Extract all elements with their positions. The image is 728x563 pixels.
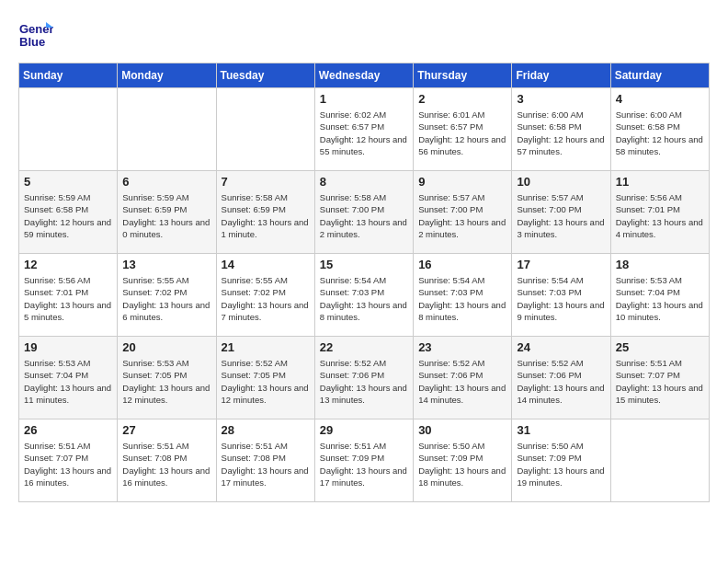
cell-info: Sunrise: 5:52 AM Sunset: 7:06 PM Dayligh… xyxy=(418,357,506,406)
calendar-cell: 14Sunrise: 5:55 AM Sunset: 7:02 PM Dayli… xyxy=(216,254,314,337)
cell-info: Sunrise: 5:52 AM Sunset: 7:05 PM Dayligh… xyxy=(222,357,310,406)
logo-bird-icon: General Blue xyxy=(18,18,53,53)
calendar-cell: 7Sunrise: 5:58 AM Sunset: 6:59 PM Daylig… xyxy=(216,171,314,254)
calendar-cell: 16Sunrise: 5:54 AM Sunset: 7:03 PM Dayli… xyxy=(414,254,512,337)
day-number: 24 xyxy=(517,340,605,354)
calendar-table: SundayMondayTuesdayWednesdayThursdayFrid… xyxy=(18,63,710,502)
cell-info: Sunrise: 5:51 AM Sunset: 7:07 PM Dayligh… xyxy=(24,440,112,488)
day-number: 2 xyxy=(418,92,506,106)
cell-info: Sunrise: 5:59 AM Sunset: 6:59 PM Dayligh… xyxy=(122,191,210,240)
day-number: 16 xyxy=(418,258,506,271)
cell-info: Sunrise: 5:50 AM Sunset: 7:09 PM Dayligh… xyxy=(517,440,605,488)
day-number: 11 xyxy=(616,175,704,189)
calendar-cell: 22Sunrise: 5:52 AM Sunset: 7:06 PM Dayli… xyxy=(314,337,413,419)
day-number: 8 xyxy=(320,175,408,189)
day-number: 17 xyxy=(517,258,605,271)
cell-info: Sunrise: 5:53 AM Sunset: 7:04 PM Dayligh… xyxy=(616,274,704,323)
cell-info: Sunrise: 6:00 AM Sunset: 6:58 PM Dayligh… xyxy=(517,109,605,157)
calendar-cell: 15Sunrise: 5:54 AM Sunset: 7:03 PM Dayli… xyxy=(314,254,413,337)
calendar-cell: 25Sunrise: 5:51 AM Sunset: 7:07 PM Dayli… xyxy=(610,337,709,419)
cell-info: Sunrise: 5:52 AM Sunset: 7:06 PM Dayligh… xyxy=(320,357,408,406)
calendar-week-row: 19Sunrise: 5:53 AM Sunset: 7:04 PM Dayli… xyxy=(19,337,710,419)
calendar-cell: 4Sunrise: 6:00 AM Sunset: 6:58 PM Daylig… xyxy=(610,88,709,171)
calendar-cell xyxy=(216,88,314,171)
calendar-cell xyxy=(19,88,118,171)
day-number: 7 xyxy=(222,175,310,189)
calendar-cell: 26Sunrise: 5:51 AM Sunset: 7:07 PM Dayli… xyxy=(19,419,118,502)
day-number: 23 xyxy=(418,340,506,354)
cell-info: Sunrise: 5:55 AM Sunset: 7:02 PM Dayligh… xyxy=(222,274,310,323)
day-header-friday: Friday xyxy=(512,63,610,88)
cell-info: Sunrise: 5:51 AM Sunset: 7:07 PM Dayligh… xyxy=(616,357,704,406)
day-header-thursday: Thursday xyxy=(414,63,512,88)
calendar-cell: 28Sunrise: 5:51 AM Sunset: 7:08 PM Dayli… xyxy=(216,419,314,502)
calendar-cell: 18Sunrise: 5:53 AM Sunset: 7:04 PM Dayli… xyxy=(610,254,709,337)
cell-info: Sunrise: 5:58 AM Sunset: 6:59 PM Dayligh… xyxy=(222,191,310,240)
calendar-cell: 12Sunrise: 5:56 AM Sunset: 7:01 PM Dayli… xyxy=(19,254,118,337)
calendar-cell: 5Sunrise: 5:59 AM Sunset: 6:58 PM Daylig… xyxy=(19,171,118,254)
calendar-cell: 9Sunrise: 5:57 AM Sunset: 7:00 PM Daylig… xyxy=(414,171,512,254)
cell-info: Sunrise: 5:53 AM Sunset: 7:05 PM Dayligh… xyxy=(122,357,210,406)
day-number: 26 xyxy=(24,423,112,437)
cell-info: Sunrise: 5:56 AM Sunset: 7:01 PM Dayligh… xyxy=(616,191,704,240)
calendar-cell: 17Sunrise: 5:54 AM Sunset: 7:03 PM Dayli… xyxy=(512,254,610,337)
calendar-cell: 8Sunrise: 5:58 AM Sunset: 7:00 PM Daylig… xyxy=(314,171,413,254)
day-number: 22 xyxy=(320,340,408,354)
calendar-cell xyxy=(118,88,216,171)
day-header-sunday: Sunday xyxy=(19,63,118,88)
cell-info: Sunrise: 5:57 AM Sunset: 7:00 PM Dayligh… xyxy=(418,191,506,240)
day-number: 13 xyxy=(122,258,210,271)
cell-info: Sunrise: 5:52 AM Sunset: 7:06 PM Dayligh… xyxy=(517,357,605,406)
calendar-week-row: 1Sunrise: 6:02 AM Sunset: 6:57 PM Daylig… xyxy=(19,88,710,171)
calendar-cell: 2Sunrise: 6:01 AM Sunset: 6:57 PM Daylig… xyxy=(414,88,512,171)
cell-info: Sunrise: 5:59 AM Sunset: 6:58 PM Dayligh… xyxy=(24,191,112,240)
cell-info: Sunrise: 6:01 AM Sunset: 6:57 PM Dayligh… xyxy=(418,109,506,157)
day-number: 1 xyxy=(320,92,408,106)
logo: General Blue xyxy=(18,18,53,53)
calendar-cell: 3Sunrise: 6:00 AM Sunset: 6:58 PM Daylig… xyxy=(512,88,610,171)
day-number: 5 xyxy=(24,175,112,189)
svg-text:Blue: Blue xyxy=(19,35,45,49)
cell-info: Sunrise: 6:02 AM Sunset: 6:57 PM Dayligh… xyxy=(320,109,408,157)
calendar-cell: 29Sunrise: 5:51 AM Sunset: 7:09 PM Dayli… xyxy=(314,419,413,502)
calendar-cell: 11Sunrise: 5:56 AM Sunset: 7:01 PM Dayli… xyxy=(610,171,709,254)
day-number: 27 xyxy=(122,423,210,437)
day-number: 14 xyxy=(222,258,310,271)
day-number: 9 xyxy=(418,175,506,189)
cell-info: Sunrise: 5:58 AM Sunset: 7:00 PM Dayligh… xyxy=(320,191,408,240)
calendar-cell xyxy=(610,419,709,502)
day-header-tuesday: Tuesday xyxy=(216,63,314,88)
calendar-week-row: 26Sunrise: 5:51 AM Sunset: 7:07 PM Dayli… xyxy=(19,419,710,502)
day-number: 21 xyxy=(222,340,310,354)
day-header-monday: Monday xyxy=(118,63,216,88)
calendar-cell: 21Sunrise: 5:52 AM Sunset: 7:05 PM Dayli… xyxy=(216,337,314,419)
calendar-cell: 1Sunrise: 6:02 AM Sunset: 6:57 PM Daylig… xyxy=(314,88,413,171)
day-number: 28 xyxy=(222,423,310,437)
calendar-cell: 23Sunrise: 5:52 AM Sunset: 7:06 PM Dayli… xyxy=(414,337,512,419)
calendar-week-row: 12Sunrise: 5:56 AM Sunset: 7:01 PM Dayli… xyxy=(19,254,710,337)
day-number: 31 xyxy=(517,423,605,437)
day-number: 4 xyxy=(616,92,704,106)
day-number: 25 xyxy=(616,340,704,354)
cell-info: Sunrise: 6:00 AM Sunset: 6:58 PM Dayligh… xyxy=(616,109,704,157)
page-header: General Blue xyxy=(18,18,710,53)
calendar-cell: 31Sunrise: 5:50 AM Sunset: 7:09 PM Dayli… xyxy=(512,419,610,502)
day-number: 30 xyxy=(418,423,506,437)
calendar-cell: 24Sunrise: 5:52 AM Sunset: 7:06 PM Dayli… xyxy=(512,337,610,419)
cell-info: Sunrise: 5:56 AM Sunset: 7:01 PM Dayligh… xyxy=(24,274,112,323)
calendar-cell: 6Sunrise: 5:59 AM Sunset: 6:59 PM Daylig… xyxy=(118,171,216,254)
day-number: 20 xyxy=(122,340,210,354)
cell-info: Sunrise: 5:50 AM Sunset: 7:09 PM Dayligh… xyxy=(418,440,506,488)
calendar-header-row: SundayMondayTuesdayWednesdayThursdayFrid… xyxy=(19,63,710,88)
day-number: 10 xyxy=(517,175,605,189)
cell-info: Sunrise: 5:54 AM Sunset: 7:03 PM Dayligh… xyxy=(418,274,506,323)
cell-info: Sunrise: 5:54 AM Sunset: 7:03 PM Dayligh… xyxy=(517,274,605,323)
calendar-cell: 20Sunrise: 5:53 AM Sunset: 7:05 PM Dayli… xyxy=(118,337,216,419)
calendar-cell: 27Sunrise: 5:51 AM Sunset: 7:08 PM Dayli… xyxy=(118,419,216,502)
cell-info: Sunrise: 5:57 AM Sunset: 7:00 PM Dayligh… xyxy=(517,191,605,240)
cell-info: Sunrise: 5:51 AM Sunset: 7:08 PM Dayligh… xyxy=(222,440,310,488)
cell-info: Sunrise: 5:51 AM Sunset: 7:09 PM Dayligh… xyxy=(320,440,408,488)
cell-info: Sunrise: 5:55 AM Sunset: 7:02 PM Dayligh… xyxy=(122,274,210,323)
cell-info: Sunrise: 5:51 AM Sunset: 7:08 PM Dayligh… xyxy=(122,440,210,488)
day-number: 3 xyxy=(517,92,605,106)
